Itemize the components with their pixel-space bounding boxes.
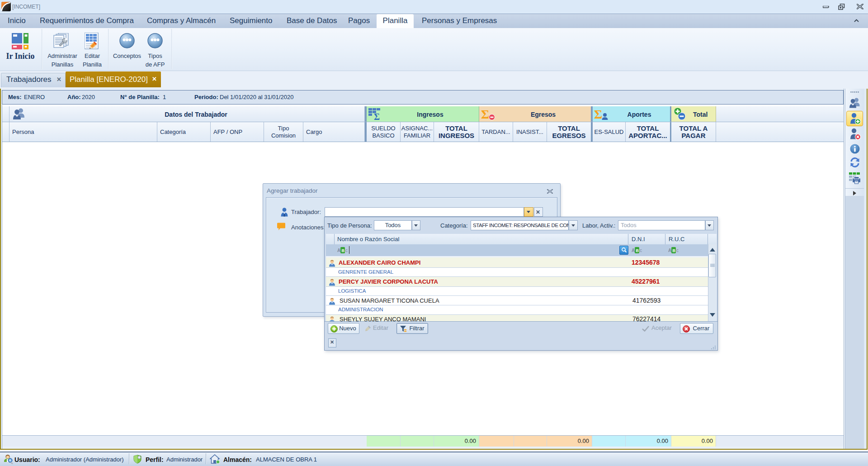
- svg-text:A: A: [337, 248, 340, 253]
- svg-text:Σ: Σ: [481, 108, 489, 120]
- svg-text:B: B: [342, 248, 345, 253]
- svg-text:A: A: [668, 248, 671, 253]
- svg-text:A: A: [632, 248, 635, 253]
- svg-text:B: B: [673, 248, 676, 253]
- svg-text:c: c: [640, 248, 642, 253]
- svg-text:c: c: [345, 248, 348, 253]
- svg-text:Σ: Σ: [594, 108, 602, 120]
- svg-text:c: c: [676, 248, 679, 253]
- svg-text:Σ: Σ: [374, 112, 380, 120]
- svg-text:B: B: [636, 248, 639, 253]
